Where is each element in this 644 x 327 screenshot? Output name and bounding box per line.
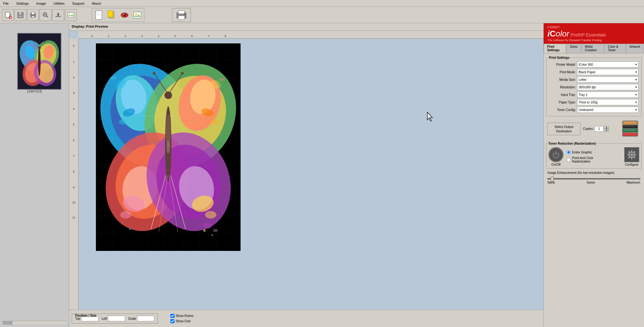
printer-model-select-wrapper: iColor 560 [577, 61, 639, 68]
tab-color-toner[interactable]: Color & Toner [604, 44, 626, 53]
print-settings-group: Print Settings Printer Model: iColor 560… [546, 56, 641, 116]
media-size-select[interactable]: Letter [577, 76, 639, 83]
maximum-label: Maximum [627, 181, 640, 184]
slider-labels: None Some Maximum [547, 181, 640, 184]
show-rulers-checkbox[interactable] [170, 314, 175, 318]
svg-point-95 [203, 223, 212, 229]
left-input[interactable] [108, 316, 125, 321]
image-button[interactable] [65, 9, 77, 21]
resolution-select-wrapper: 300x300 dpi [577, 84, 639, 90]
svg-point-102 [153, 72, 155, 75]
svg-point-80 [210, 119, 218, 125]
right-panel: UNIMET iColor ProRIP Essentials The Soft… [543, 23, 644, 327]
svg-rect-131 [631, 150, 632, 152]
display-checkboxes: Show Rulers Show Grid [170, 314, 194, 323]
job-number: [Job#:513] [27, 90, 42, 93]
svg-rect-32 [178, 16, 185, 19]
copies-group: Copies: ▲ ▼ [583, 126, 609, 132]
scale-input[interactable] [137, 316, 154, 321]
resolution-select[interactable]: 300x300 dpi [577, 84, 639, 90]
svg-point-100 [166, 141, 170, 153]
print-mode-label: Print Mode: [549, 70, 576, 74]
position-group-label: Position / Size [75, 314, 97, 317]
slider-thumb[interactable] [551, 177, 554, 182]
eye-view-button[interactable] [119, 9, 130, 21]
svg-rect-24 [108, 11, 113, 17]
svg-point-45 [38, 48, 41, 76]
print-canvas [96, 43, 241, 251]
toner-reduction-legend: Toner Reduction (Rasterization) [548, 142, 596, 145]
stack-view-button[interactable] [106, 9, 118, 21]
tabs-bar: Print Settings Sizes White Creation Colo… [544, 44, 644, 53]
power-button[interactable] [548, 147, 564, 162]
tab-print-settings[interactable]: Print Settings [544, 44, 566, 53]
tab-sizes[interactable]: Sizes [566, 44, 581, 53]
paper-type-row: Paper Type: Thick to 105g Thick to 1052 [549, 99, 639, 105]
svg-point-50 [44, 41, 46, 42]
media-size-label: Media Size: [549, 78, 576, 81]
output-copies-row: Select OutputDestination Copies: ▲ ▼ [547, 118, 640, 139]
resolution-row: Resolution: 300x300 dpi [549, 84, 639, 90]
slider-track [547, 178, 640, 180]
zoom-button[interactable] [40, 9, 52, 21]
toner-config-select[interactable]: Underprint [577, 107, 639, 113]
svg-rect-28 [134, 12, 141, 18]
configure-label: Configure [625, 163, 638, 166]
menu-utilities[interactable]: Utilities [52, 1, 66, 6]
bottom-controls-bar: Position / Size Top Left Scale Show Rul [69, 310, 543, 327]
page-view-button[interactable] [93, 9, 105, 21]
svg-point-115 [203, 229, 206, 232]
print-mode-select[interactable]: Black Paper [577, 69, 639, 75]
enhancement-slider-container: None Some Maximum [547, 176, 640, 186]
menu-file[interactable]: File [1, 1, 11, 6]
copies-input[interactable] [595, 126, 603, 132]
svg-point-130 [630, 153, 633, 156]
menu-support[interactable]: Support [70, 1, 86, 6]
copies-down-button[interactable]: ▼ [604, 129, 609, 132]
image-enhancement-group: Image Enhancement (for low-resolution im… [547, 171, 640, 186]
photo-view-button[interactable] [131, 9, 143, 21]
save-button[interactable] [14, 9, 26, 21]
select-output-button[interactable]: Select OutputDestination [547, 123, 580, 135]
paper-type-select[interactable]: Thick to 105g Thick to 1052 [577, 99, 639, 105]
canvas-area[interactable] [79, 39, 543, 300]
show-grid-checkbox[interactable] [170, 319, 175, 323]
svg-point-94 [219, 78, 224, 81]
main-layout: rainbow butterfly.PNG [Job#:513] Display… [0, 23, 644, 327]
settings-content: Print Settings Printer Model: iColor 560… [544, 53, 644, 327]
entire-graphic-row: Entire Graphic [567, 150, 593, 154]
toolbar-left-group [2, 9, 77, 21]
horizontal-scrollbar[interactable] [3, 321, 66, 324]
point-click-radio[interactable] [567, 158, 571, 162]
print-button[interactable] [172, 8, 191, 22]
svg-rect-8 [18, 15, 23, 18]
new-button[interactable] [2, 9, 14, 21]
svg-point-104 [181, 72, 184, 75]
copies-spinner: ▲ ▼ [604, 126, 609, 132]
job-thumbnail[interactable] [17, 33, 61, 90]
printer-model-select[interactable]: iColor 560 [577, 61, 639, 68]
menu-image[interactable]: Image [34, 1, 48, 6]
job-list-panel: rainbow butterfly.PNG [Job#:513] [0, 23, 69, 327]
svg-rect-16 [68, 13, 74, 18]
media-size-row: Media Size: Letter [549, 76, 639, 83]
svg-point-116 [211, 234, 213, 236]
svg-rect-126 [624, 129, 636, 131]
entire-graphic-radio[interactable] [567, 150, 571, 154]
copies-up-button[interactable]: ▲ [604, 126, 609, 129]
ruler-top: 0 1 2 3 4 5 6 7 8 [79, 31, 543, 39]
input-tray-select[interactable]: Tray 1 [577, 91, 639, 98]
menu-bar: File Settings Image Utilities Support Ab… [0, 0, 644, 7]
recycle-button[interactable] [52, 9, 64, 21]
menu-about[interactable]: About [90, 1, 103, 6]
print-preview-button[interactable] [27, 9, 39, 21]
show-rulers-label: Show Rulers [176, 314, 194, 318]
point-click-row: Point And ClickRasterization [567, 156, 593, 163]
menu-settings[interactable]: Settings [14, 1, 31, 6]
printer-model-label: Printer Model: [549, 63, 576, 66]
tab-white-creation[interactable]: White Creation [581, 44, 604, 53]
some-label: Some [587, 181, 595, 184]
tab-artwork[interactable]: Artwork [626, 44, 644, 53]
configure-button[interactable] [624, 147, 639, 162]
preview-header: Display: Print Preview [69, 23, 543, 31]
